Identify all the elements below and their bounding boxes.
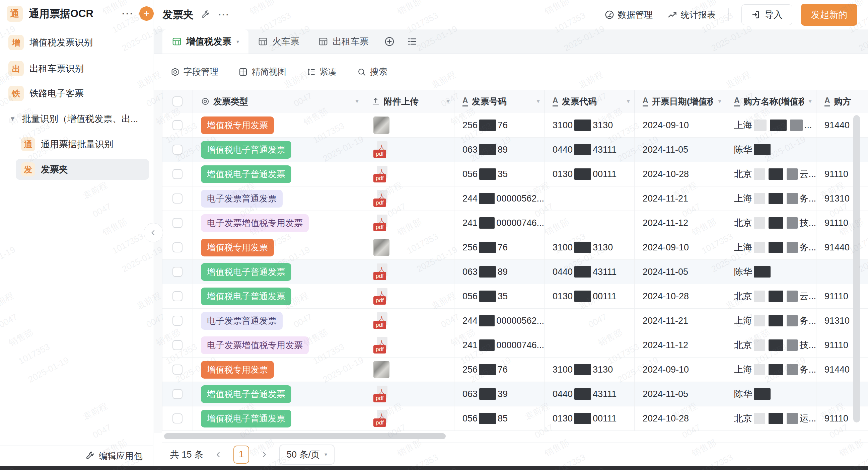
row-checkbox[interactable] — [173, 365, 183, 375]
sidebar-item-2[interactable]: 出出租车票识别 — [0, 58, 153, 79]
table-row-9: 电子发票普通发票pdf24400000562...2024-11-21上海务..… — [162, 309, 868, 333]
invoice-number-cell: 25676 — [455, 357, 545, 382]
column-header-发票号码[interactable]: A发票号码▼ — [455, 90, 545, 113]
column-header-发票代码[interactable]: A发票代码▼ — [545, 90, 634, 113]
row-checkbox[interactable] — [173, 145, 183, 155]
filter-caret-icon[interactable]: ▼ — [535, 98, 541, 104]
import-label: 导入 — [765, 9, 783, 21]
table-toolbar: 字段管理精简视图紧凑搜索 — [154, 54, 868, 90]
toolbar-字段管理[interactable]: 字段管理 — [170, 66, 218, 78]
chevron-down-icon[interactable]: ▾ — [237, 38, 239, 45]
more-actions-button[interactable]: ··· — [218, 9, 230, 20]
attachment-thumbnail[interactable] — [373, 361, 390, 378]
filter-caret-icon[interactable]: ▼ — [807, 98, 813, 104]
row-checkbox-cell — [162, 137, 193, 162]
column-header-附件上传[interactable]: 附件上传▼ — [363, 90, 455, 113]
pdf-icon[interactable]: pdf — [373, 263, 388, 280]
sidebar-collapse-button[interactable] — [144, 223, 163, 242]
row-checkbox-cell — [162, 260, 193, 284]
app-more-button[interactable]: ··· — [121, 8, 135, 20]
pdf-icon[interactable]: pdf — [373, 312, 388, 329]
invoice-date-cell: 2024-11-05 — [634, 382, 726, 406]
column-header-购方[interactable]: A购方 — [816, 90, 868, 113]
chevron-down-icon[interactable]: ▼ — [9, 115, 16, 123]
pdf-icon[interactable]: pdf — [373, 337, 388, 353]
tab-label: 增值税发票 — [186, 35, 231, 48]
redaction-block — [754, 290, 765, 302]
row-checkbox[interactable] — [173, 413, 183, 424]
edit-app-package[interactable]: 编辑应用包 — [0, 445, 153, 466]
add-app-button[interactable]: + — [139, 6, 154, 21]
column-header-开票日期(增值税[interactable]: A开票日期(增值税▼ — [634, 90, 726, 113]
header-checkbox-cell[interactable] — [162, 90, 193, 113]
data-management-button[interactable]: 数据管理 — [604, 9, 653, 21]
invoice-type-cell: 增值税电子普通发票 — [193, 162, 363, 186]
redaction-block — [754, 193, 765, 204]
table-grid-icon — [258, 36, 268, 46]
filter-caret-icon[interactable]: ▼ — [717, 98, 722, 104]
redaction-block — [754, 364, 765, 375]
row-checkbox[interactable] — [173, 340, 183, 350]
sidebar-item-6[interactable]: 发发票夹 — [16, 159, 149, 180]
column-header-购方名称(增值税[interactable]: A购方名称(增值税▼ — [726, 90, 816, 113]
toolbar-搜索[interactable]: 搜索 — [357, 66, 388, 78]
redaction-block — [769, 242, 783, 253]
buyer-taxid-cell: 91110 — [816, 284, 868, 308]
sidebar-item-4[interactable]: ▼批量识别（增值税发票、出... — [0, 108, 153, 130]
filter-caret-icon[interactable]: ▼ — [445, 98, 451, 104]
column-header-发票类型[interactable]: 发票类型▼ — [193, 90, 363, 113]
vertical-scrollbar[interactable] — [853, 115, 860, 422]
prev-page-button[interactable] — [214, 450, 223, 459]
create-new-button[interactable]: 发起新的 — [801, 4, 857, 26]
buyer-name-cell: 北京技... — [726, 333, 816, 357]
wrench-icon[interactable] — [201, 10, 210, 20]
pdf-icon[interactable]: pdf — [373, 288, 388, 305]
tab-火车票[interactable]: 火车票 — [248, 29, 309, 54]
pdf-icon[interactable]: pdf — [373, 386, 388, 402]
buyer-taxid-cell — [816, 137, 868, 162]
row-checkbox[interactable] — [173, 389, 183, 399]
sidebar-item-3[interactable]: 铁铁路电子客票 — [0, 83, 153, 104]
row-checkbox-cell — [162, 186, 193, 211]
invoice-date-cell: 2024-11-05 — [634, 260, 726, 284]
pdf-icon[interactable]: pdf — [373, 410, 388, 427]
row-checkbox[interactable] — [173, 218, 183, 228]
add-view-button[interactable] — [378, 29, 401, 54]
row-checkbox[interactable] — [173, 316, 183, 326]
sidebar-item-1[interactable]: 增增值税发票识别 — [0, 32, 153, 53]
row-checkbox[interactable] — [173, 267, 183, 277]
horizontal-scrollbar[interactable] — [164, 433, 446, 439]
attachment-thumbnail[interactable] — [373, 239, 390, 256]
pdf-icon[interactable]: pdf — [373, 190, 388, 207]
row-checkbox[interactable] — [173, 169, 183, 179]
toolbar-紧凑[interactable]: 紧凑 — [306, 66, 337, 78]
pdf-icon[interactable]: pdf — [373, 141, 388, 158]
invoice-number-cell: 24400000562... — [455, 186, 545, 211]
row-checkbox[interactable] — [173, 242, 183, 252]
pdf-icon[interactable]: pdf — [373, 166, 388, 183]
import-button[interactable]: 导入 — [741, 4, 792, 25]
select-all-checkbox[interactable] — [173, 96, 183, 106]
tab-label: 出租车票 — [333, 35, 369, 48]
stats-report-button[interactable]: 统计报表 — [668, 9, 716, 21]
row-checkbox[interactable] — [173, 120, 183, 130]
attachment-thumbnail[interactable] — [373, 117, 390, 134]
view-list-button[interactable] — [401, 29, 424, 54]
tab-出租车票[interactable]: 出租车票 — [309, 29, 378, 54]
gauge-icon — [604, 10, 615, 20]
redaction-block — [479, 266, 496, 278]
filter-caret-icon[interactable]: ▼ — [354, 98, 360, 104]
row-checkbox[interactable] — [173, 291, 183, 301]
current-page[interactable]: 1 — [234, 445, 249, 464]
row-height-icon — [306, 67, 316, 77]
pdf-icon[interactable]: pdf — [373, 215, 388, 231]
next-page-button[interactable] — [260, 450, 269, 459]
redaction-block — [786, 242, 798, 253]
page-size-select[interactable]: 50 条/页 ▾ — [279, 444, 335, 465]
row-checkbox[interactable] — [173, 193, 183, 203]
toolbar-精简视图[interactable]: 精简视图 — [239, 66, 286, 78]
invoice-type-tag: 增值税电子普通发票 — [201, 410, 291, 428]
sidebar-item-5[interactable]: 通通用票据批量识别 — [0, 133, 153, 155]
tab-增值税发票[interactable]: 增值税发票▾ — [162, 29, 248, 54]
filter-caret-icon[interactable]: ▼ — [625, 98, 631, 104]
